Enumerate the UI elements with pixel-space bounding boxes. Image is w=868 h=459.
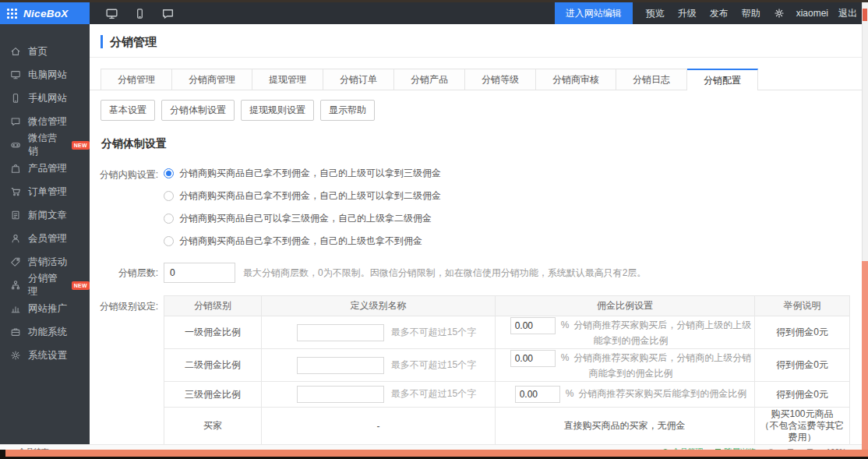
tab-distribution-logs[interactable]: 分销日志 (616, 69, 687, 90)
name-cell: 最多不可超过15个字 (262, 382, 496, 408)
wechat-view-icon[interactable] (161, 7, 175, 20)
level3-name-input[interactable] (297, 386, 384, 403)
table-row-level3: 三级佣金比例 最多不可超过15个字 %分销商推荐买家购买后能拿到的佣金比例 得到… (164, 382, 850, 408)
level1-rate-input[interactable] (510, 317, 556, 334)
distribution-tree-icon (10, 280, 21, 291)
name-length-hint: 最多不可超过15个字 (391, 359, 476, 370)
tab-distributor-review[interactable]: 分销商审核 (536, 69, 616, 90)
sidebar-item-site-promotion[interactable]: 网站推广 (0, 297, 90, 320)
apps-grid-icon[interactable] (7, 9, 17, 19)
distribution-levels-label: 分销层数: (96, 267, 158, 280)
sidebar-item-wechat-management[interactable]: 微信管理 (0, 110, 90, 133)
rate-cell: %分销商推荐买家购买后，分销商上级的上级能拿到的佣金比例 (496, 316, 755, 349)
withdrawal-rules-settings-button[interactable]: 提现规则设置 (241, 100, 314, 121)
sidebar-item-member-management[interactable]: 会员管理 (0, 227, 90, 250)
device-switcher (105, 7, 175, 20)
help-link[interactable]: 帮助 (742, 7, 760, 20)
sidebar-item-pc-site[interactable]: 电脑网站 (0, 63, 90, 87)
scrollbar-thumb-top[interactable] (863, 9, 867, 21)
sidebar-item-home[interactable]: 首页 (0, 40, 90, 63)
topbar-right: 进入网站编辑 预览 升级 发布 帮助 xiaomei 退出 (555, 2, 868, 24)
sidebar-item-label: 微信营销 (28, 132, 62, 158)
level2-name-input[interactable] (297, 357, 384, 374)
tab-distribution-levels[interactable]: 分销等级 (465, 69, 536, 90)
percent-sign: % (561, 352, 570, 363)
sidebar-item-label: 系统设置 (28, 349, 67, 362)
briefcase-icon (10, 327, 21, 337)
mobile-view-icon[interactable] (134, 7, 146, 20)
sidebar-item-label: 功能系统 (28, 326, 67, 339)
table-header-row: 分销级别 定义级别名称 佣金比例设置 举例说明 (164, 296, 850, 316)
gear-icon (10, 350, 21, 361)
radio-option-label: 分销商购买商品自己拿不到佣金，自己的上级可以拿到三级佣金 (179, 167, 441, 180)
main-content: 分销管理 分销管理 分销商管理 提现管理 分销订单 分销产品 分销等级 分销商审… (90, 24, 862, 444)
level1-name-input[interactable] (297, 324, 384, 341)
vertical-scrollbar[interactable] (862, 2, 868, 450)
radio-selected-icon[interactable] (164, 168, 174, 178)
sidebar-item-label: 手机网站 (28, 92, 67, 105)
gear-icon[interactable] (774, 8, 785, 19)
upgrade-link[interactable]: 升级 (678, 7, 697, 20)
sidebar-item-label: 分销管理 (28, 272, 62, 298)
radio-icon[interactable] (164, 236, 174, 246)
sidebar-item-order-management[interactable]: 订单管理 (0, 180, 90, 203)
preview-link[interactable]: 预览 (646, 7, 665, 20)
scrollbar-thumb[interactable] (862, 261, 868, 452)
example-cell: 得到佣金0元 (755, 316, 850, 349)
tab-distribution-orders[interactable]: 分销订单 (323, 69, 394, 90)
radio-icon[interactable] (164, 191, 174, 201)
inner-purchase-label: 分销内购设置: (96, 162, 158, 182)
sidebar-item-label: 订单管理 (28, 185, 67, 199)
tab-distributor-management[interactable]: 分销商管理 (172, 69, 252, 90)
tab-distribution-management[interactable]: 分销管理 (101, 69, 172, 90)
section-title-distribution-system: 分销体制设置 (101, 137, 862, 151)
sidebar-item-distribution-management[interactable]: 分销管理 NEW (0, 274, 90, 297)
distribution-levels-hint: 最大分销商层数，0为不限制。因微信分销限制，如在微信使用分销功能，系统默认最高只… (243, 267, 646, 280)
distribution-levels-input[interactable] (164, 263, 235, 283)
sidebar-item-news-articles[interactable]: 新闻文章 (0, 203, 90, 227)
sidebar-item-marketing-activities[interactable]: 营销活动 (0, 250, 90, 274)
col-header-example: 举例说明 (755, 296, 850, 316)
mobile-icon (10, 93, 21, 104)
publish-link[interactable]: 发布 (710, 7, 729, 20)
grade-table-wrap: 分销级别 定义级别名称 佣金比例设置 举例说明 一级佣金比例 最多不可超过15个… (164, 295, 850, 444)
example-cell: 购买100元商品 （不包含运费等其它费用） (755, 408, 850, 445)
sidebar-item-function-system[interactable]: 功能系统 (0, 320, 90, 344)
level2-rate-input[interactable] (510, 350, 556, 367)
sidebar-item-wechat-marketing[interactable]: 微信营销 NEW (0, 133, 90, 157)
basic-settings-button[interactable]: 基本设置 (101, 100, 155, 121)
enter-site-editor-button[interactable]: 进入网站编辑 (555, 2, 633, 24)
tab-distribution-config[interactable]: 分销配置 (687, 69, 758, 90)
radio-option-label: 分销商购买商品自己可以拿三级佣金，自己的上级拿二级佣金 (179, 212, 432, 225)
radio-icon[interactable] (164, 214, 174, 224)
radio-option-4[interactable]: 分销商购买商品自己拿不到佣金，自己的上级也拿不到佣金 (164, 230, 441, 252)
settings-toolbar: 基本设置 分销体制设置 提现规则设置 显示帮助 (101, 100, 862, 121)
tag-icon (10, 256, 21, 267)
sidebar-item-mobile-site[interactable]: 手机网站 (0, 87, 90, 110)
username[interactable]: xiaomei (796, 8, 828, 19)
new-badge: NEW (72, 281, 90, 290)
distribution-system-settings-button[interactable]: 分销体制设置 (161, 100, 235, 121)
document-icon (10, 210, 21, 221)
name-length-hint: 最多不可超过15个字 (391, 327, 476, 337)
radio-option-3[interactable]: 分销商购买商品自己可以拿三级佣金，自己的上级拿二级佣金 (164, 207, 441, 230)
radio-option-2[interactable]: 分销商购买商品自己拿不到佣金，自己的上级可以拿到二级佣金 (164, 185, 441, 207)
show-help-button[interactable]: 显示帮助 (320, 100, 375, 121)
window-frame-top (0, 0, 868, 2)
sidebar-item-product-management[interactable]: 产品管理 (0, 157, 90, 180)
logout-link[interactable]: 退出 (838, 7, 857, 20)
sidebar-item-system-settings[interactable]: 系统设置 (0, 344, 90, 367)
grade-setting-label: 分销级别设定: (96, 295, 158, 313)
level3-rate-input[interactable] (515, 386, 560, 403)
sidebar-item-label: 会员管理 (28, 232, 67, 245)
name-length-hint: 最多不可超过15个字 (391, 388, 476, 399)
level-cell: 三级佣金比例 (164, 382, 262, 408)
app-logo[interactable]: NiceBoX (0, 2, 90, 24)
radio-option-1[interactable]: 分销商购买商品自己拿不到佣金，自己的上级可以拿到三级佣金 (164, 162, 441, 185)
tab-withdrawal-management[interactable]: 提现管理 (252, 69, 323, 90)
sidebar: 首页 电脑网站 手机网站 微信管理 微信营销 NEW 产品管理 订单管理 (0, 24, 90, 444)
inner-purchase-options: 分销商购买商品自己拿不到佣金，自己的上级可以拿到三级佣金 分销商购买商品自己拿不… (164, 162, 441, 252)
tab-distribution-products[interactable]: 分销产品 (394, 69, 465, 90)
desktop-view-icon[interactable] (105, 7, 118, 20)
level-cell: 一级佣金比例 (164, 316, 262, 349)
